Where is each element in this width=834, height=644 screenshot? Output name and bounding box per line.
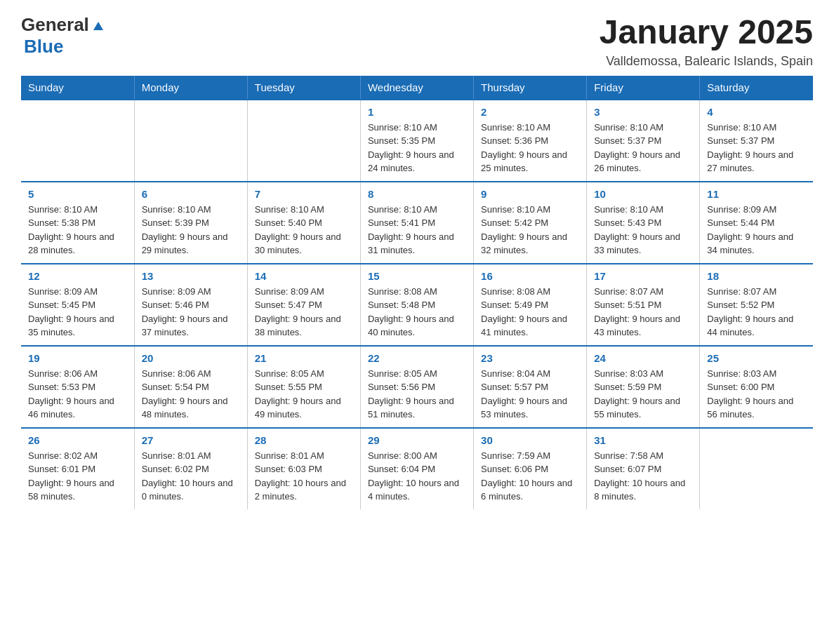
header-cell-tuesday: Tuesday bbox=[247, 76, 360, 100]
day-number: 3 bbox=[594, 106, 692, 118]
day-info: Sunrise: 8:09 AM Sunset: 5:47 PM Dayligh… bbox=[255, 285, 353, 340]
day-info: Sunrise: 8:10 AM Sunset: 5:35 PM Dayligh… bbox=[368, 121, 466, 175]
day-info: Sunrise: 8:10 AM Sunset: 5:39 PM Dayligh… bbox=[142, 203, 240, 257]
day-cell: 25Sunrise: 8:03 AM Sunset: 6:00 PM Dayli… bbox=[700, 346, 813, 428]
day-cell: 31Sunrise: 7:58 AM Sunset: 6:07 PM Dayli… bbox=[587, 428, 700, 509]
day-cell: 18Sunrise: 8:07 AM Sunset: 5:52 PM Dayli… bbox=[700, 264, 813, 346]
day-cell: 12Sunrise: 8:09 AM Sunset: 5:45 PM Dayli… bbox=[21, 264, 134, 346]
day-cell: 20Sunrise: 8:06 AM Sunset: 5:54 PM Dayli… bbox=[134, 346, 247, 428]
page-subtitle: Valldemossa, Balearic Islands, Spain bbox=[600, 54, 813, 69]
day-info: Sunrise: 8:10 AM Sunset: 5:37 PM Dayligh… bbox=[594, 121, 692, 175]
day-cell bbox=[247, 100, 360, 182]
logo-blue-text: Blue bbox=[24, 36, 63, 57]
day-cell: 16Sunrise: 8:08 AM Sunset: 5:49 PM Dayli… bbox=[474, 264, 587, 346]
day-info: Sunrise: 8:01 AM Sunset: 6:03 PM Dayligh… bbox=[255, 449, 353, 504]
logo: General Blue bbox=[21, 14, 106, 58]
day-number: 4 bbox=[707, 106, 806, 118]
day-info: Sunrise: 8:08 AM Sunset: 5:49 PM Dayligh… bbox=[481, 285, 579, 340]
day-cell: 22Sunrise: 8:05 AM Sunset: 5:56 PM Dayli… bbox=[360, 346, 473, 428]
day-cell: 11Sunrise: 8:09 AM Sunset: 5:44 PM Dayli… bbox=[700, 182, 813, 264]
header-cell-wednesday: Wednesday bbox=[360, 76, 473, 100]
day-info: Sunrise: 8:02 AM Sunset: 6:01 PM Dayligh… bbox=[28, 449, 127, 504]
day-number: 26 bbox=[28, 434, 127, 446]
day-number: 17 bbox=[594, 270, 692, 282]
day-cell: 9Sunrise: 8:10 AM Sunset: 5:42 PM Daylig… bbox=[474, 182, 587, 264]
day-cell: 7Sunrise: 8:10 AM Sunset: 5:40 PM Daylig… bbox=[247, 182, 360, 264]
day-cell bbox=[21, 100, 134, 182]
day-info: Sunrise: 8:06 AM Sunset: 5:54 PM Dayligh… bbox=[142, 367, 240, 422]
header-row: SundayMondayTuesdayWednesdayThursdayFrid… bbox=[21, 76, 813, 100]
header-cell-thursday: Thursday bbox=[474, 76, 587, 100]
day-number: 22 bbox=[368, 352, 466, 364]
day-cell: 29Sunrise: 8:00 AM Sunset: 6:04 PM Dayli… bbox=[360, 428, 473, 509]
day-info: Sunrise: 8:06 AM Sunset: 5:53 PM Dayligh… bbox=[28, 367, 127, 422]
day-info: Sunrise: 8:10 AM Sunset: 5:40 PM Dayligh… bbox=[255, 203, 353, 257]
day-info: Sunrise: 8:09 AM Sunset: 5:44 PM Dayligh… bbox=[707, 203, 806, 257]
day-cell: 24Sunrise: 8:03 AM Sunset: 5:59 PM Dayli… bbox=[587, 346, 700, 428]
day-cell bbox=[700, 428, 813, 509]
day-number: 11 bbox=[707, 188, 806, 200]
day-cell: 10Sunrise: 8:10 AM Sunset: 5:43 PM Dayli… bbox=[587, 182, 700, 264]
day-cell: 14Sunrise: 8:09 AM Sunset: 5:47 PM Dayli… bbox=[247, 264, 360, 346]
day-info: Sunrise: 8:04 AM Sunset: 5:57 PM Dayligh… bbox=[481, 367, 579, 422]
day-number: 31 bbox=[594, 434, 692, 446]
day-info: Sunrise: 8:07 AM Sunset: 5:52 PM Dayligh… bbox=[707, 285, 806, 340]
day-info: Sunrise: 8:00 AM Sunset: 6:04 PM Dayligh… bbox=[368, 449, 466, 504]
day-number: 15 bbox=[368, 270, 466, 282]
page-header: General Blue January 2025 Valldemossa, B… bbox=[21, 14, 813, 69]
day-cell: 8Sunrise: 8:10 AM Sunset: 5:41 PM Daylig… bbox=[360, 182, 473, 264]
calendar-body: 1Sunrise: 8:10 AM Sunset: 5:35 PM Daylig… bbox=[21, 100, 813, 509]
day-number: 23 bbox=[481, 352, 579, 364]
day-cell: 13Sunrise: 8:09 AM Sunset: 5:46 PM Dayli… bbox=[134, 264, 247, 346]
day-number: 13 bbox=[142, 270, 240, 282]
day-info: Sunrise: 8:01 AM Sunset: 6:02 PM Dayligh… bbox=[142, 449, 240, 504]
day-info: Sunrise: 8:10 AM Sunset: 5:43 PM Dayligh… bbox=[594, 203, 692, 257]
day-number: 16 bbox=[481, 270, 579, 282]
day-cell: 26Sunrise: 8:02 AM Sunset: 6:01 PM Dayli… bbox=[21, 428, 134, 509]
header-cell-friday: Friday bbox=[587, 76, 700, 100]
day-cell: 6Sunrise: 8:10 AM Sunset: 5:39 PM Daylig… bbox=[134, 182, 247, 264]
day-info: Sunrise: 7:59 AM Sunset: 6:06 PM Dayligh… bbox=[481, 449, 579, 504]
day-info: Sunrise: 8:10 AM Sunset: 5:37 PM Dayligh… bbox=[707, 121, 806, 175]
calendar-header: SundayMondayTuesdayWednesdayThursdayFrid… bbox=[21, 76, 813, 100]
day-info: Sunrise: 8:10 AM Sunset: 5:36 PM Dayligh… bbox=[481, 121, 579, 175]
day-info: Sunrise: 8:05 AM Sunset: 5:55 PM Dayligh… bbox=[255, 367, 353, 422]
day-cell: 21Sunrise: 8:05 AM Sunset: 5:55 PM Dayli… bbox=[247, 346, 360, 428]
day-info: Sunrise: 8:03 AM Sunset: 5:59 PM Dayligh… bbox=[594, 367, 692, 422]
logo-general-text: General bbox=[21, 14, 89, 36]
day-info: Sunrise: 7:58 AM Sunset: 6:07 PM Dayligh… bbox=[594, 449, 692, 504]
page-title: January 2025 bbox=[600, 14, 813, 51]
day-number: 7 bbox=[255, 188, 353, 200]
day-number: 21 bbox=[255, 352, 353, 364]
day-number: 14 bbox=[255, 270, 353, 282]
day-cell: 1Sunrise: 8:10 AM Sunset: 5:35 PM Daylig… bbox=[360, 100, 473, 182]
day-cell: 4Sunrise: 8:10 AM Sunset: 5:37 PM Daylig… bbox=[700, 100, 813, 182]
day-cell: 19Sunrise: 8:06 AM Sunset: 5:53 PM Dayli… bbox=[21, 346, 134, 428]
day-number: 1 bbox=[368, 106, 466, 118]
day-info: Sunrise: 8:08 AM Sunset: 5:48 PM Dayligh… bbox=[368, 285, 466, 340]
day-number: 10 bbox=[594, 188, 692, 200]
day-number: 28 bbox=[255, 434, 353, 446]
day-info: Sunrise: 8:07 AM Sunset: 5:51 PM Dayligh… bbox=[594, 285, 692, 340]
week-row-2: 5Sunrise: 8:10 AM Sunset: 5:38 PM Daylig… bbox=[21, 182, 813, 264]
day-number: 2 bbox=[481, 106, 579, 118]
day-number: 25 bbox=[707, 352, 806, 364]
day-number: 18 bbox=[707, 270, 806, 282]
day-cell: 17Sunrise: 8:07 AM Sunset: 5:51 PM Dayli… bbox=[587, 264, 700, 346]
svg-marker-0 bbox=[93, 22, 103, 30]
day-number: 27 bbox=[142, 434, 240, 446]
day-number: 30 bbox=[481, 434, 579, 446]
day-number: 29 bbox=[368, 434, 466, 446]
day-info: Sunrise: 8:10 AM Sunset: 5:38 PM Dayligh… bbox=[28, 203, 127, 257]
day-cell: 15Sunrise: 8:08 AM Sunset: 5:48 PM Dayli… bbox=[360, 264, 473, 346]
day-cell: 2Sunrise: 8:10 AM Sunset: 5:36 PM Daylig… bbox=[474, 100, 587, 182]
day-number: 24 bbox=[594, 352, 692, 364]
day-number: 6 bbox=[142, 188, 240, 200]
week-row-1: 1Sunrise: 8:10 AM Sunset: 5:35 PM Daylig… bbox=[21, 100, 813, 182]
week-row-4: 19Sunrise: 8:06 AM Sunset: 5:53 PM Dayli… bbox=[21, 346, 813, 428]
header-cell-monday: Monday bbox=[134, 76, 247, 100]
day-info: Sunrise: 8:09 AM Sunset: 5:46 PM Dayligh… bbox=[142, 285, 240, 340]
day-info: Sunrise: 8:09 AM Sunset: 5:45 PM Dayligh… bbox=[28, 285, 127, 340]
title-section: January 2025 Valldemossa, Balearic Islan… bbox=[600, 14, 813, 69]
header-cell-sunday: Sunday bbox=[21, 76, 134, 100]
